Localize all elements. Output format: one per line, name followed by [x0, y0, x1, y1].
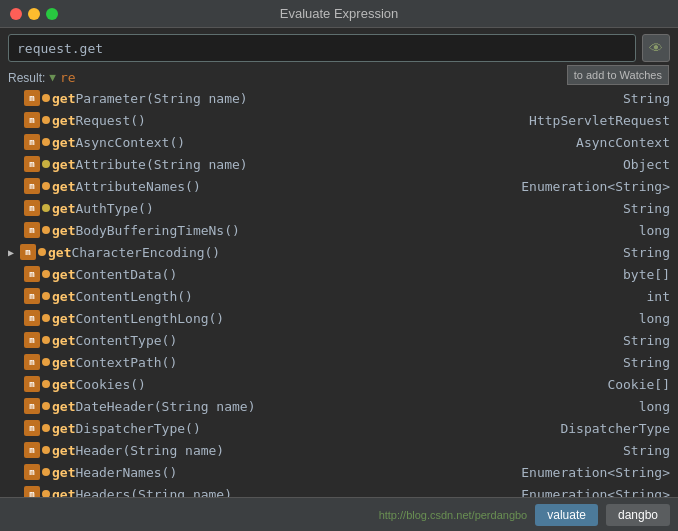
list-item[interactable]: m getContentType() String	[0, 329, 678, 351]
method-icon: m	[24, 90, 40, 106]
orange-dot	[42, 358, 50, 366]
orange-dot	[42, 446, 50, 454]
list-item[interactable]: m getBodyBufferingTimeNs() long	[0, 219, 678, 241]
result-arrow: ▼	[49, 71, 56, 84]
method-icon: m	[24, 398, 40, 414]
list-item[interactable]: m getAttribute(String name) Object	[0, 153, 678, 175]
list-item[interactable]: m getAttributeNames() Enumeration<String…	[0, 175, 678, 197]
orange-dot	[42, 402, 50, 410]
method-icon: m	[24, 464, 40, 480]
main-content: 👁 to add to Watches Result: ▼ re m getPa…	[0, 28, 678, 531]
expression-input[interactable]	[8, 34, 636, 62]
watch-tooltip: to add to Watches	[567, 65, 669, 85]
orange-dot	[42, 138, 50, 146]
orange-dot	[42, 270, 50, 278]
minimize-traffic-light[interactable]	[28, 8, 40, 20]
orange-dot	[42, 94, 50, 102]
method-icon: m	[24, 156, 40, 172]
completion-list[interactable]: m getParameter(String name) String m get…	[0, 87, 678, 497]
list-item[interactable]: m getCookies() Cookie[]	[0, 373, 678, 395]
method-icon: m	[24, 112, 40, 128]
method-icon: m	[24, 442, 40, 458]
orange-dot	[42, 424, 50, 432]
method-icon: m	[24, 222, 40, 238]
result-value: re	[60, 70, 76, 85]
list-item[interactable]: m getContextPath() String	[0, 351, 678, 373]
method-icon: m	[24, 310, 40, 326]
list-item[interactable]: ▶ m getCharacterEncoding() String	[0, 241, 678, 263]
title-bar: Evaluate Expression	[0, 0, 678, 28]
list-item[interactable]: m getHeaders(String name) Enumeration<St…	[0, 483, 678, 497]
list-item[interactable]: m getContentLengthLong() long	[0, 307, 678, 329]
orange-dot	[42, 226, 50, 234]
method-icon: m	[24, 266, 40, 282]
method-icon: m	[24, 332, 40, 348]
result-label: Result:	[8, 71, 45, 85]
method-icon: m	[24, 486, 40, 497]
method-icon: m	[24, 376, 40, 392]
maximize-traffic-light[interactable]	[46, 8, 58, 20]
method-icon: m	[24, 288, 40, 304]
orange-dot	[42, 182, 50, 190]
method-icon: m	[24, 134, 40, 150]
orange-dot	[42, 336, 50, 344]
orange-dot	[42, 116, 50, 124]
list-item[interactable]: m getHeaderNames() Enumeration<String>	[0, 461, 678, 483]
method-icon: m	[24, 200, 40, 216]
list-item[interactable]: m getHeader(String name) String	[0, 439, 678, 461]
close-traffic-light[interactable]	[10, 8, 22, 20]
orange-dot	[42, 490, 50, 497]
traffic-lights	[10, 8, 58, 20]
orange-dot	[42, 380, 50, 388]
method-icon: m	[24, 420, 40, 436]
yellow-dot	[42, 204, 50, 212]
bottom-bar: http://blog.csdn.net/perdangbo valuate d…	[0, 497, 678, 531]
url-text: http://blog.csdn.net/perdangbo	[379, 509, 528, 521]
list-item[interactable]: m getContentLength() int	[0, 285, 678, 307]
orange-dot	[38, 248, 46, 256]
orange-dot	[42, 468, 50, 476]
search-bar: 👁 to add to Watches	[0, 28, 678, 68]
list-item[interactable]: m getAsyncContext() AsyncContext	[0, 131, 678, 153]
yellow-dot	[42, 160, 50, 168]
window-title: Evaluate Expression	[280, 6, 399, 21]
evaluate-button[interactable]: valuate	[535, 504, 598, 526]
close-button[interactable]: dangbo	[606, 504, 670, 526]
list-item[interactable]: m getParameter(String name) String	[0, 87, 678, 109]
list-item[interactable]: m getDispatcherType() DispatcherType	[0, 417, 678, 439]
list-item[interactable]: m getDateHeader(String name) long	[0, 395, 678, 417]
method-icon: m	[24, 178, 40, 194]
list-item[interactable]: m getContentData() byte[]	[0, 263, 678, 285]
list-item[interactable]: m getRequest() HttpServletRequest	[0, 109, 678, 131]
watch-icon: 👁	[649, 40, 663, 56]
method-icon: m	[20, 244, 36, 260]
orange-dot	[42, 292, 50, 300]
orange-dot	[42, 314, 50, 322]
list-item[interactable]: m getAuthType() String	[0, 197, 678, 219]
method-icon: m	[24, 354, 40, 370]
expand-arrow[interactable]: ▶	[8, 247, 20, 258]
watch-button[interactable]: 👁 to add to Watches	[642, 34, 670, 62]
